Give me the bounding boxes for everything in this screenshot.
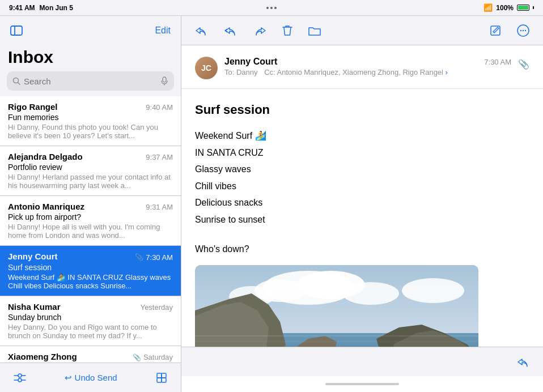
trash-button[interactable] [280,23,295,39]
email-item-header: Xiaomeng Zhong 📎 Saturday [8,352,173,362]
email-subject: Pick up from airport? [8,212,173,221]
email-header-top: Jenny Court 7:30 AM [224,57,511,67]
email-time-group: Yesterday [141,303,173,312]
email-time: Saturday [143,353,173,361]
svg-line-3 [18,83,20,85]
email-subject: Surf session [8,263,173,272]
filter-icon [14,373,26,383]
email-to: To: Danny Cc: Antonio Manriquez, Xiaomen… [224,68,511,76]
search-bar[interactable] [7,71,174,91]
mic-icon [160,76,168,86]
filter-button[interactable] [11,370,28,385]
email-time: 9:31 AM [146,203,173,211]
reply-bottom-icon [517,357,529,367]
svg-rect-4 [163,77,166,82]
app-container: Edit Inbox Rigo Rangel 9 [0,16,543,392]
email-to-value: Danny [236,68,258,76]
compose-button-left[interactable] [154,370,169,386]
status-dots [266,7,277,9]
folder-icon [308,25,321,36]
email-time-group: 9:31 AM [146,203,173,211]
email-subject: Sunday brunch [8,313,173,322]
email-more-recipients[interactable]: › [446,68,448,76]
email-list-item[interactable]: Xiaomeng Zhong 📎 Saturday Summer barbecu… [0,346,181,363]
edit-label: Edit [155,25,171,36]
inbox-bottom-bar: ↩ Undo Send [0,363,181,392]
svg-point-20 [525,29,526,31]
email-item-header: Alejandra Delgado 9:37 AM [8,152,173,161]
email-time: 9:37 AM [146,153,173,161]
reply-button[interactable] [193,23,210,38]
email-list-item[interactable]: Nisha Kumar Yesterday Sunday brunch Hey … [0,296,181,346]
email-body-line: Glassy waves [195,162,529,177]
edit-button[interactable]: Edit [152,23,173,38]
svg-rect-13 [162,373,166,378]
reply-all-button[interactable] [221,23,240,38]
svg-point-18 [520,29,521,31]
status-bar-right: 📶 100% [483,3,534,12]
email-subject: Portfolio review [8,163,173,172]
email-sender: Nisha Kumar [8,302,61,312]
email-list-item[interactable]: Antonio Manriquez 9:31 AM Pick up from a… [0,196,181,246]
email-cc-label: Cc: [264,68,277,76]
email-subject-main: Surf session [195,103,529,117]
email-subject: Fun memories [8,113,173,122]
battery-icon [517,5,529,11]
email-closing: Who's down? [195,242,529,257]
detail-bottom-bar [181,347,543,376]
email-list-item[interactable]: Jenny Court 📎 7:30 AM Surf session Weeke… [0,246,181,296]
email-list: Rigo Rangel 9:40 AM Fun memories Hi Dann… [0,96,181,363]
sidebar-toggle-button[interactable] [8,23,25,38]
compose-icon-left [156,372,167,384]
attachment-icon: 📎 [135,253,143,261]
email-item-header: Jenny Court 📎 7:30 AM [8,252,173,262]
reply-bottom-button[interactable] [515,355,532,369]
home-bar [325,383,399,385]
inbox-title: Inbox [0,45,181,71]
status-date: Mon Jun 5 [40,4,73,12]
svg-point-24 [342,282,399,305]
email-preview: Hi Danny, Found this photo you took! Can… [8,123,173,140]
email-preview: Hi Danny! Hope all is well with you. I'm… [8,223,173,240]
email-item-header: Nisha Kumar Yesterday [8,302,173,312]
email-sender: Jenny Court [8,252,58,261]
undo-send-button[interactable]: ↩ Undo Send [62,370,119,385]
search-input[interactable] [24,76,157,86]
inbox-panel: Edit Inbox Rigo Rangel 9 [0,16,181,392]
status-bar: 9:41 AM Mon Jun 5 📶 100% [0,0,543,16]
email-from: Jenny Court [224,57,277,67]
search-icon [12,77,20,85]
more-button[interactable] [515,22,532,39]
svg-point-7 [18,378,22,382]
email-sender: Alejandra Delgado [8,152,83,161]
email-preview: Weekend Surf 🏄 IN SANTA CRUZ Glassy wave… [8,273,173,290]
svg-rect-15 [162,378,166,382]
svg-point-27 [254,279,306,302]
email-body-line: Delicious snacks [195,195,529,210]
email-header: JC Jenny Court 7:30 AM To: Danny Cc: Ant… [181,45,543,89]
email-body: Surf session Weekend Surf 🏄IN SANTA CRUZ… [181,89,543,347]
svg-point-6 [18,374,22,377]
email-time: 9:40 AM [146,103,173,112]
status-bar-left: 9:41 AM Mon Jun 5 [9,4,73,12]
detail-toolbar [181,16,543,45]
email-item-header: Antonio Manriquez 9:31 AM [8,202,173,211]
email-to-label: To: [224,68,236,76]
email-body-content: Weekend Surf 🏄IN SANTA CRUZGlassy wavesC… [195,129,529,227]
new-compose-icon [490,25,501,36]
email-list-item[interactable]: Rigo Rangel 9:40 AM Fun memories Hi Dann… [0,96,181,146]
forward-button[interactable] [252,23,269,38]
folder-button[interactable] [306,23,323,38]
email-time-group: 9:40 AM [146,103,173,112]
trash-icon [282,25,292,36]
email-body-line: Weekend Surf 🏄 [195,129,529,143]
email-sender: Antonio Manriquez [8,202,84,211]
email-body-line: Chill vibes [195,179,529,194]
email-list-item[interactable]: Alejandra Delgado 9:37 AM Portfolio revi… [0,146,181,196]
battery-percent: 100% [496,4,514,12]
landscape-svg [195,265,478,347]
new-compose-button[interactable] [487,23,503,39]
email-body-line: IN SANTA CRUZ [195,146,529,160]
home-indicator [181,376,543,392]
undo-send-label: ↩ Undo Send [65,373,117,383]
